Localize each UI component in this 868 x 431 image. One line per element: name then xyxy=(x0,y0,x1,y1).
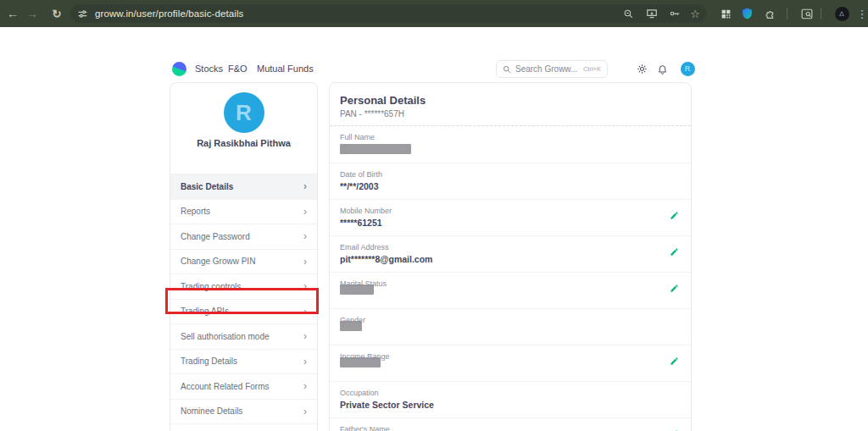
sidebar-item-label: Trading Details xyxy=(181,356,303,366)
sidebar-item-basic-details[interactable]: Basic Details› xyxy=(170,174,317,199)
field-label: Occupation xyxy=(340,389,681,397)
field-row-email-address: Email Addresspit*******8@gmail.com xyxy=(330,235,691,272)
back-icon[interactable]: ← xyxy=(3,0,23,27)
field-value: pit*******8@gmail.com xyxy=(340,254,681,264)
reload-icon[interactable]: ↻ xyxy=(47,0,67,27)
chevron-right-icon: › xyxy=(303,257,307,267)
browser-profile-avatar[interactable]: △ xyxy=(832,0,852,27)
bookmark-star-icon[interactable]: ☆ xyxy=(685,0,705,27)
field-label: Full Name xyxy=(340,133,681,141)
zoom-icon[interactable] xyxy=(618,0,638,27)
chevron-right-icon: › xyxy=(303,181,307,191)
sidebar-item-label: Basic Details xyxy=(181,182,303,191)
sidebar-item-label: Reports xyxy=(181,207,303,216)
sidebar-item-sell-authorisation-mode[interactable]: Sell authorisation mode› xyxy=(170,323,317,349)
settings-gear-icon[interactable] xyxy=(633,54,650,83)
field-label: Income Range xyxy=(340,352,681,361)
field-label: Date of Birth xyxy=(340,170,681,179)
search-placeholder: Search Groww... xyxy=(515,64,579,74)
sidebar-item-label: Change Password xyxy=(181,232,303,241)
redacted-value xyxy=(340,144,411,154)
sidebar-item-change-password[interactable]: Change Password› xyxy=(170,224,317,249)
field-label: Marital Status xyxy=(340,279,681,288)
sidebar-item-reports[interactable]: Reports› xyxy=(170,199,317,224)
screen: ← → ↻ groww.in/user/profile/basic-detail… xyxy=(0,0,868,431)
field-list: Full NameDate of Birth**/**/2003Mobile N… xyxy=(330,126,691,431)
pan-number: PAN - ******657H xyxy=(340,109,681,119)
sidebar-item-label: Account Related Forms xyxy=(181,382,303,391)
groww-logo[interactable] xyxy=(172,62,186,76)
field-value: **/**/2003 xyxy=(340,181,681,191)
sidebar-item-nominee-details[interactable]: Nominee Details› xyxy=(170,399,317,424)
sidebar-item-active-devices[interactable]: Active Devices› xyxy=(170,423,317,431)
edit-pencil-icon[interactable] xyxy=(670,247,679,257)
personal-details-panel: Personal Details PAN - ******657H Full N… xyxy=(329,82,692,431)
field-row-full-name: Full Name xyxy=(330,126,691,163)
send-to-device-icon[interactable] xyxy=(642,0,662,27)
edit-pencil-icon[interactable] xyxy=(670,211,679,220)
app-header: Stocks F&O Mutual Funds Search Groww... … xyxy=(0,27,868,56)
search-input[interactable]: Search Groww... Ctrl+K xyxy=(496,60,608,78)
sidebar-item-label: Sell authorisation mode xyxy=(181,332,303,341)
field-row-father-s-name: Father's Name xyxy=(330,417,691,431)
field-row-mobile-number: Mobile Number*****61251 xyxy=(330,199,691,235)
sidebar-item-change-groww-pin[interactable]: Change Groww PIN› xyxy=(170,249,317,274)
sidebar-item-account-related-forms[interactable]: Account Related Forms› xyxy=(170,373,317,399)
search-icon xyxy=(503,62,511,77)
password-key-icon[interactable] xyxy=(665,0,685,27)
profile-head: R Raj Rasikbhai Pithwa xyxy=(170,92,317,174)
chevron-right-icon: › xyxy=(303,231,307,241)
chevron-right-icon: › xyxy=(303,356,307,367)
field-value: *****61251 xyxy=(340,218,681,228)
chevron-right-icon: › xyxy=(303,331,307,341)
notification-bell-icon[interactable] xyxy=(654,54,670,83)
field-row-income-range: Income Range xyxy=(330,345,691,381)
field-label: Father's Name xyxy=(340,425,681,431)
chevron-right-icon: › xyxy=(303,381,307,391)
nav-item-stocks[interactable]: Stocks xyxy=(195,54,223,83)
browser-toolbar: ← → ↻ groww.in/user/profile/basic-detail… xyxy=(0,0,868,27)
page-title: Personal Details xyxy=(340,94,681,107)
field-label: Mobile Number xyxy=(340,207,681,215)
chevron-right-icon: › xyxy=(303,207,307,217)
field-row-gender: Gender xyxy=(330,308,691,345)
search-shortcut: Ctrl+K xyxy=(583,65,601,73)
field-row-occupation: OccupationPrivate Sector Service xyxy=(330,381,691,417)
sidebar-item-trading-details[interactable]: Trading Details› xyxy=(170,349,317,374)
extensions-puzzle-icon[interactable] xyxy=(760,0,781,27)
site-settings-tune-icon[interactable] xyxy=(72,0,92,27)
reading-mode-icon[interactable] xyxy=(797,0,817,27)
sidebar-item-label: Nominee Details xyxy=(181,406,303,416)
sidebar-item-label: Change Groww PIN xyxy=(181,257,303,266)
edit-pencil-icon[interactable] xyxy=(670,284,679,293)
user-avatar[interactable]: R xyxy=(679,54,696,83)
field-row-marital-status: Marital Status xyxy=(330,272,691,308)
field-value: Private Sector Service xyxy=(340,400,681,410)
nav-item-mutual-funds[interactable]: Mutual Funds xyxy=(257,54,314,83)
url-text[interactable]: groww.in/user/profile/basic-details xyxy=(95,0,243,27)
shield-extension-icon[interactable] xyxy=(737,0,757,27)
edit-pencil-icon[interactable] xyxy=(670,356,679,366)
profile-sidebar: R Raj Rasikbhai Pithwa Basic Details›Rep… xyxy=(170,82,318,431)
toolbar-separator xyxy=(787,8,787,19)
chevron-right-icon: › xyxy=(303,406,307,417)
nav-item-fno[interactable]: F&O xyxy=(228,54,248,83)
forward-icon[interactable]: → xyxy=(22,0,42,27)
profile-avatar: R xyxy=(224,92,264,133)
browser-menu-dots-icon[interactable]: ⋮ xyxy=(852,0,868,27)
annotation-highlight-box xyxy=(165,288,319,314)
profile-name: Raj Rasikbhai Pithwa xyxy=(170,138,317,148)
toolbar-separator xyxy=(821,8,821,19)
field-label: Gender xyxy=(340,316,681,324)
qr-extension-icon[interactable] xyxy=(715,0,736,27)
field-row-date-of-birth: Date of Birth**/**/2003 xyxy=(330,163,691,199)
field-label: Email Address xyxy=(340,243,681,251)
panel-header: Personal Details PAN - ******657H xyxy=(330,83,691,126)
